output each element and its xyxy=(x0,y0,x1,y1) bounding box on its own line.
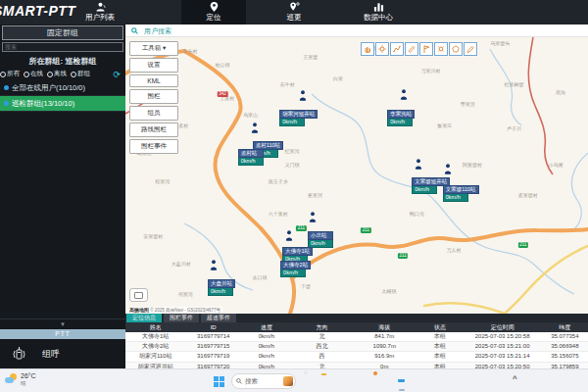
radio-dot-icon xyxy=(47,72,53,77)
ptt-button[interactable]: PTT xyxy=(0,329,125,339)
map-canvas[interactable]: 丰头村柏公镇王家塬下塔头乌家塬头万家川村杜家树塬庙沟寺家洼鲁家庄卢子川阿里塬村小… xyxy=(125,37,588,314)
user-marker-icon[interactable] xyxy=(251,122,260,133)
taskbar-app-icons xyxy=(303,375,408,387)
table-cell: 3169779719 xyxy=(185,352,241,361)
group-list-item[interactable]: 巡检群组(13/10/10) xyxy=(0,96,125,112)
toolbox-item[interactable]: 围栏事件 xyxy=(129,139,178,154)
map-marker-label[interactable]: 大盘川站0km/h xyxy=(208,279,235,296)
group-call-label: 组呼 xyxy=(42,348,60,361)
filter-radio-所有[interactable]: 所有 xyxy=(0,70,20,78)
table-cell: 35.077354 xyxy=(542,332,588,341)
user-marker-icon[interactable] xyxy=(299,90,308,101)
table-row[interactable]: 胡家河110站31697797190km/h西916.9m本组2025-07-0… xyxy=(125,352,588,362)
map-place-label: 史家河 xyxy=(308,192,322,198)
tab-超速事件[interactable]: 超速事件 xyxy=(201,314,236,322)
media-player-icon[interactable] xyxy=(377,375,389,387)
toolbox-button[interactable]: 工具箱 ▾ xyxy=(129,41,178,56)
sidebar-search-input[interactable] xyxy=(2,42,123,52)
filter-label: 在线 xyxy=(30,70,43,78)
map-place-label: 卢子川 xyxy=(507,125,521,131)
table-cell: 2025-07-03 15:21:14 xyxy=(464,352,542,361)
start-button[interactable] xyxy=(214,376,224,387)
tab-定位信息[interactable]: 定位信息 xyxy=(126,314,162,322)
current-group-label: 所在群组: 巡检群组 xyxy=(0,56,125,67)
table-cell: 西北 xyxy=(292,342,352,351)
edge-browser-icon[interactable] xyxy=(340,375,352,387)
map-place-label: 丰头村 xyxy=(183,48,198,54)
tool-gear2-icon[interactable] xyxy=(434,42,448,56)
file-explorer-icon[interactable] xyxy=(321,375,333,387)
app-logo: SMART-PTT xyxy=(0,3,75,19)
weather-temp: 26°C xyxy=(21,372,36,380)
nav-tab-patrol[interactable]: 巡更 xyxy=(267,0,321,24)
table-cell: 本组 xyxy=(416,352,463,361)
map-marker-label[interactable]: 李家沟站0km/h xyxy=(387,110,415,126)
user-marker-icon[interactable] xyxy=(400,89,409,100)
tray-chevron-icon[interactable]: ^ xyxy=(513,374,517,383)
marker-speed: 0km/h xyxy=(387,119,413,126)
blue-app-icon[interactable] xyxy=(359,375,370,387)
tool-pencil-icon[interactable] xyxy=(464,42,477,56)
toolbox-item[interactable]: 路线围栏 xyxy=(129,122,178,137)
collapse-arrow-icon[interactable]: ▼ xyxy=(0,318,125,329)
taskbar-weather-widget[interactable]: 26°C 晴 xyxy=(5,372,36,386)
tool-polyline-icon[interactable] xyxy=(390,42,404,56)
tool-gear-icon[interactable] xyxy=(375,42,389,56)
map-marker-label[interactable]: 孟村站0km/h xyxy=(238,149,264,166)
street-view-button[interactable] xyxy=(129,288,148,302)
location-icon xyxy=(209,2,220,12)
radio-dot-icon xyxy=(71,72,76,77)
search-icon xyxy=(236,378,242,384)
nav-tab-location[interactable]: 定位 xyxy=(181,0,246,24)
filter-radio-离线[interactable]: 离线 xyxy=(47,70,67,78)
group-list-item[interactable]: 全部在线用户(10/10/0) xyxy=(0,80,125,96)
toolbox-item[interactable]: 设置 xyxy=(129,58,178,73)
map-place-label: 六十里村 xyxy=(269,211,288,217)
toolbox-item[interactable]: 围栏 xyxy=(129,89,178,104)
user-marker-icon[interactable] xyxy=(443,164,452,174)
tool-pan-hand-icon[interactable] xyxy=(361,42,374,56)
road-shield: 211 xyxy=(398,253,408,259)
filter-radio-在线[interactable]: 在线 xyxy=(24,70,43,78)
polygon-icon xyxy=(452,45,460,53)
nav-tab-user[interactable]: 用户列表 xyxy=(71,0,129,24)
tool-flag-icon[interactable] xyxy=(419,42,433,56)
taskbar-search[interactable]: 搜索 xyxy=(231,373,296,389)
map-marker-label[interactable]: 胡家河巡井站0km/h xyxy=(279,110,318,126)
user-marker-icon[interactable] xyxy=(210,260,219,270)
user-marker-icon[interactable] xyxy=(309,212,318,222)
table-row[interactable]: 大佛寺1站31697797140km/h北841.7m本组2025-07-03 … xyxy=(125,332,588,342)
user-marker-icon[interactable] xyxy=(285,230,294,241)
refresh-icon[interactable]: ⟳ xyxy=(113,71,122,78)
map-search-input[interactable] xyxy=(142,26,362,35)
tab-围栏事件[interactable]: 围栏事件 xyxy=(164,314,199,322)
screen: SMART-PTT 用户列表定位巡更数据中心 固定群组 所在群组: 巡检群组 所… xyxy=(0,0,588,392)
toolbox-item[interactable]: KML xyxy=(129,74,178,87)
online-dot-icon xyxy=(4,85,9,90)
nav-tab-chart[interactable]: 数据中心 xyxy=(343,0,414,24)
task-view-icon[interactable] xyxy=(303,375,315,387)
map-marker-label[interactable]: 小庄站0km/h xyxy=(308,231,333,248)
map-place-label: 万家川村 xyxy=(421,68,441,74)
map-toolbox-menu: 工具箱 ▾设置KML围栏组员路线围栏围栏事件 xyxy=(129,41,178,156)
table-cell: 本组 xyxy=(416,342,463,351)
table-cell: 2025-07-03 15:20:58 xyxy=(464,332,542,341)
windows-taskbar: 26°C 晴 搜索 ^ xyxy=(0,368,588,392)
map-marker-label[interactable]: 文家塬110站0km/h xyxy=(443,185,479,202)
group-call-row[interactable]: 组呼 xyxy=(0,339,125,368)
marker-name: 小庄站 xyxy=(308,231,333,240)
map-place-label: 安家塬村 xyxy=(143,233,163,239)
table-cell: 3169779714 xyxy=(185,332,241,341)
map-place-label: 大盘川村 xyxy=(172,261,191,267)
map-user-search[interactable] xyxy=(125,24,588,37)
map-marker-label[interactable]: 大佛寺2站0km/h xyxy=(280,261,311,277)
tool-polygon-icon[interactable] xyxy=(449,42,463,56)
weather-icon xyxy=(5,373,17,385)
table-row[interactable]: 大佛寺2站31697797150km/h西北1090.7m本组2025-07-0… xyxy=(125,342,588,352)
filter-radio-群组[interactable]: 群组 xyxy=(71,70,90,78)
online-dot-icon xyxy=(4,101,9,106)
user-marker-icon[interactable] xyxy=(414,159,422,170)
ptt-app-icon[interactable] xyxy=(396,375,408,387)
toolbox-item[interactable]: 组员 xyxy=(129,106,178,121)
tool-measure-icon[interactable] xyxy=(405,42,418,56)
